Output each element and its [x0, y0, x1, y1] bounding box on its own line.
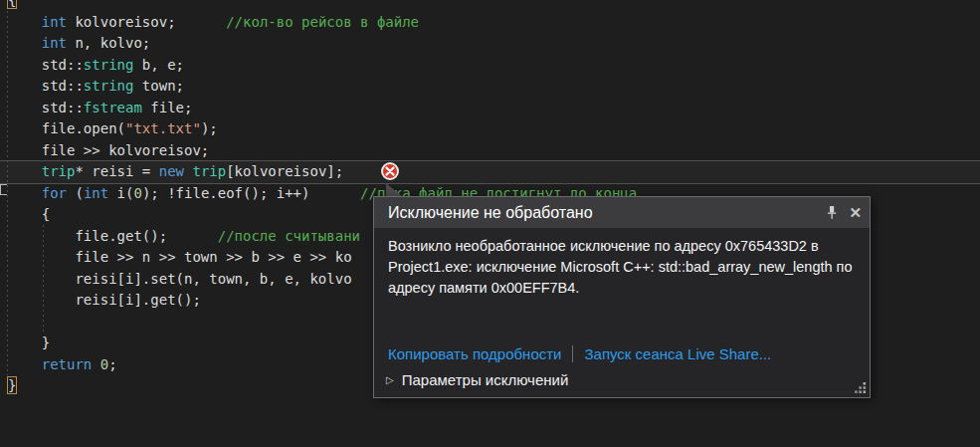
exception-message-line: Project1.exe: исключение Microsoft C++: …: [388, 257, 864, 278]
exception-message-line: Возникло необработанное исключение по ад…: [388, 236, 864, 257]
margin-bracket-marker: [0, 184, 7, 195]
resize-grip[interactable]: [854, 381, 867, 394]
code-line: int n, kolvo;: [8, 33, 637, 55]
code-line: std::fstream file;: [8, 98, 637, 119]
exception-settings-label: Параметры исключений: [402, 371, 569, 388]
exception-message: Возникло необработанное исключение по ад…: [388, 236, 864, 299]
popup-links-row: Копировать подробности Запуск сеанса Liv…: [388, 345, 771, 362]
code-line: {: [8, 0, 637, 12]
code-line: file.open("txt.txt");: [8, 118, 637, 140]
chevron-right-icon: ▷: [386, 374, 394, 385]
exception-settings-expander[interactable]: ▷ Параметры исключений: [386, 371, 568, 388]
error-x-glyph: [385, 166, 395, 176]
popup-controls: ✕: [824, 197, 862, 228]
copy-details-link[interactable]: Копировать подробности: [388, 345, 561, 362]
exception-message-line: адресу памяти 0x00EFF7B4.: [388, 278, 864, 299]
live-share-link[interactable]: Запуск сеанса Live Share...: [584, 345, 771, 362]
code-line: std::string b, e;: [8, 55, 637, 77]
code-line: trip* reisi = new trip[kolvoreisov];: [8, 161, 637, 183]
error-icon[interactable]: [381, 162, 399, 180]
editor-viewport: { int kolvoreisov; //кол-во рейсов в фай…: [0, 0, 980, 447]
exception-popup: Исключение не обработано ✕ Возникло необ…: [373, 196, 871, 398]
code-line: int kolvoreisov; //кол-во рейсов в файле: [8, 12, 637, 34]
popup-callout-tail: [386, 183, 403, 197]
code-line: std::string town;: [8, 76, 637, 98]
pin-icon[interactable]: [824, 204, 840, 222]
popup-title: Исключение не обработано: [388, 197, 593, 228]
link-separator: [572, 345, 573, 362]
close-icon[interactable]: ✕: [849, 204, 862, 222]
code-line: file >> kolvoreisov;: [8, 140, 637, 162]
